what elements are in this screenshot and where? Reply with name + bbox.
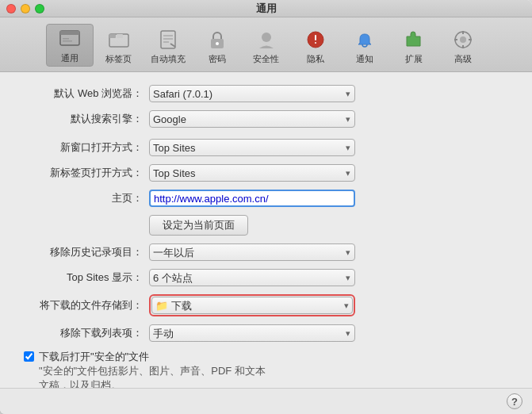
maximize-button[interactable] bbox=[35, 4, 44, 13]
default-browser-select-wrapper: Safari (7.0.1) bbox=[149, 85, 355, 102]
new-window-control: Top Sites bbox=[149, 139, 355, 156]
extensions-icon bbox=[401, 27, 427, 52]
open-safe-files-text: 下载后打开"安全的"文件 "安全的"文件包括影片、图片、声音、PDF 和文本文稿… bbox=[39, 350, 266, 388]
default-search-select-wrapper: Google bbox=[149, 110, 355, 128]
remove-download-label: 移除下载列表项： bbox=[16, 326, 143, 340]
svg-rect-16 bbox=[315, 35, 316, 40]
set-current-row: 设定为当前页面 bbox=[149, 215, 516, 236]
remove-history-control: 一年以后 bbox=[149, 243, 355, 261]
homepage-row: 主页： bbox=[16, 190, 516, 207]
download-save-select[interactable]: 📁 下载 bbox=[151, 297, 353, 314]
remove-download-select[interactable]: 手动 bbox=[149, 324, 355, 342]
toolbar-notifications-label: 通知 bbox=[356, 53, 373, 65]
default-browser-select[interactable]: Safari (7.0.1) bbox=[149, 85, 355, 102]
traffic-lights bbox=[6, 4, 44, 13]
new-tab-control: Top Sites bbox=[149, 164, 355, 182]
advanced-icon bbox=[450, 27, 476, 52]
toolbar-extensions[interactable]: 扩展 bbox=[390, 25, 438, 67]
new-window-select[interactable]: Top Sites bbox=[149, 139, 355, 156]
toolbar-extensions-label: 扩展 bbox=[405, 53, 423, 65]
checkbox-main-label: 下载后打开"安全的"文件 bbox=[39, 350, 266, 364]
close-button[interactable] bbox=[6, 4, 16, 13]
svg-rect-6 bbox=[117, 34, 123, 38]
new-tab-label: 新标签页打开方式： bbox=[16, 166, 143, 180]
default-search-label: 默认搜索引擎： bbox=[16, 112, 143, 126]
toolbar-passwords[interactable]: 密码 bbox=[193, 25, 241, 67]
toolbar-advanced-label: 高级 bbox=[454, 53, 472, 65]
toolbar: 通用 标签页 bbox=[0, 17, 532, 72]
new-tab-select[interactable]: Top Sites bbox=[149, 164, 355, 182]
content-area: 默认 Web 浏览器： Safari (7.0.1) 默认搜索引擎： Googl… bbox=[0, 72, 532, 388]
toolbar-tabs-label: 标签页 bbox=[105, 53, 132, 65]
minimize-button[interactable] bbox=[21, 4, 30, 13]
top-sites-select-wrapper: 6 个站点 bbox=[149, 269, 355, 286]
download-save-control: 📁 下载 bbox=[149, 294, 355, 316]
open-safe-files-row: 下载后打开"安全的"文件 "安全的"文件包括影片、图片、声音、PDF 和文本文稿… bbox=[24, 350, 516, 388]
toolbar-advanced[interactable]: 高级 bbox=[439, 25, 487, 67]
passwords-icon bbox=[205, 27, 230, 52]
svg-rect-5 bbox=[109, 34, 116, 38]
toolbar-general-label: 通用 bbox=[61, 52, 78, 64]
toolbar-security[interactable]: 安全性 bbox=[243, 25, 290, 67]
homepage-control bbox=[149, 190, 355, 207]
help-button[interactable]: ? bbox=[507, 393, 522, 409]
checkbox-description: "安全的"文件包括影片、图片、声音、PDF 和文本文稿，以及归档。 bbox=[39, 364, 266, 388]
toolbar-privacy-label: 隐私 bbox=[307, 53, 324, 65]
autofill-icon bbox=[155, 27, 181, 52]
svg-point-13 bbox=[216, 42, 219, 45]
download-save-label: 将下载的文件存储到： bbox=[16, 298, 143, 312]
toolbar-general[interactable]: 通用 bbox=[46, 24, 94, 67]
default-search-select[interactable]: Google bbox=[149, 110, 355, 128]
default-browser-control: Safari (7.0.1) bbox=[149, 85, 355, 102]
svg-rect-17 bbox=[315, 42, 316, 44]
toolbar-passwords-label: 密码 bbox=[209, 53, 226, 65]
svg-point-19 bbox=[460, 36, 466, 43]
remove-history-row: 移除历史记录项目： 一年以后 bbox=[16, 243, 516, 261]
set-current-button[interactable]: 设定为当前页面 bbox=[149, 215, 248, 236]
titlebar: 通用 bbox=[0, 0, 532, 17]
remove-history-label: 移除历史记录项目： bbox=[16, 245, 143, 259]
top-sites-label: Top Sites 显示： bbox=[16, 270, 143, 285]
svg-rect-2 bbox=[63, 38, 69, 40]
default-browser-row: 默认 Web 浏览器： Safari (7.0.1) bbox=[16, 85, 516, 102]
svg-rect-1 bbox=[60, 31, 79, 35]
default-search-row: 默认搜索引擎： Google bbox=[16, 110, 516, 128]
remove-download-control: 手动 bbox=[149, 324, 355, 342]
toolbar-security-label: 安全性 bbox=[253, 53, 279, 65]
open-safe-files-checkbox[interactable] bbox=[24, 351, 34, 362]
new-window-label: 新窗口打开方式： bbox=[16, 140, 143, 155]
window: 通用 通用 bbox=[0, 0, 532, 414]
new-tab-row: 新标签页打开方式： Top Sites bbox=[16, 164, 516, 182]
window-title: 通用 bbox=[256, 2, 277, 16]
remove-download-row: 移除下载列表项： 手动 bbox=[16, 324, 516, 342]
toolbar-privacy[interactable]: 隐私 bbox=[292, 25, 339, 67]
new-window-select-wrapper: Top Sites bbox=[149, 139, 355, 156]
download-save-row: 将下载的文件存储到： 📁 下载 bbox=[16, 294, 516, 316]
default-search-control: Google bbox=[149, 110, 355, 128]
top-sites-control: 6 个站点 bbox=[149, 269, 355, 286]
homepage-input[interactable] bbox=[149, 190, 355, 207]
svg-rect-3 bbox=[63, 40, 72, 42]
notifications-icon bbox=[352, 27, 377, 52]
toolbar-notifications[interactable]: 通知 bbox=[341, 25, 388, 67]
svg-line-11 bbox=[170, 44, 175, 47]
tabs-icon bbox=[106, 27, 132, 52]
security-icon bbox=[254, 27, 279, 52]
top-sites-select[interactable]: 6 个站点 bbox=[149, 269, 355, 286]
new-window-row: 新窗口打开方式： Top Sites bbox=[16, 139, 516, 156]
privacy-icon bbox=[303, 27, 328, 52]
remove-history-select[interactable]: 一年以后 bbox=[149, 243, 355, 261]
homepage-label: 主页： bbox=[16, 191, 143, 205]
toolbar-autofill-label: 自动填充 bbox=[151, 53, 186, 65]
toolbar-autofill[interactable]: 自动填充 bbox=[144, 25, 192, 67]
toolbar-icons: 通用 标签页 bbox=[46, 24, 487, 67]
footer: ? bbox=[0, 388, 532, 414]
toolbar-tabs[interactable]: 标签页 bbox=[95, 25, 143, 67]
remove-download-select-wrapper: 手动 bbox=[149, 324, 355, 342]
general-icon bbox=[57, 26, 82, 52]
remove-history-select-wrapper: 一年以后 bbox=[149, 243, 355, 261]
new-tab-select-wrapper: Top Sites bbox=[149, 164, 355, 182]
top-sites-row: Top Sites 显示： 6 个站点 bbox=[16, 269, 516, 286]
svg-point-14 bbox=[262, 33, 271, 42]
download-save-select-wrapper: 📁 下载 bbox=[149, 294, 355, 316]
